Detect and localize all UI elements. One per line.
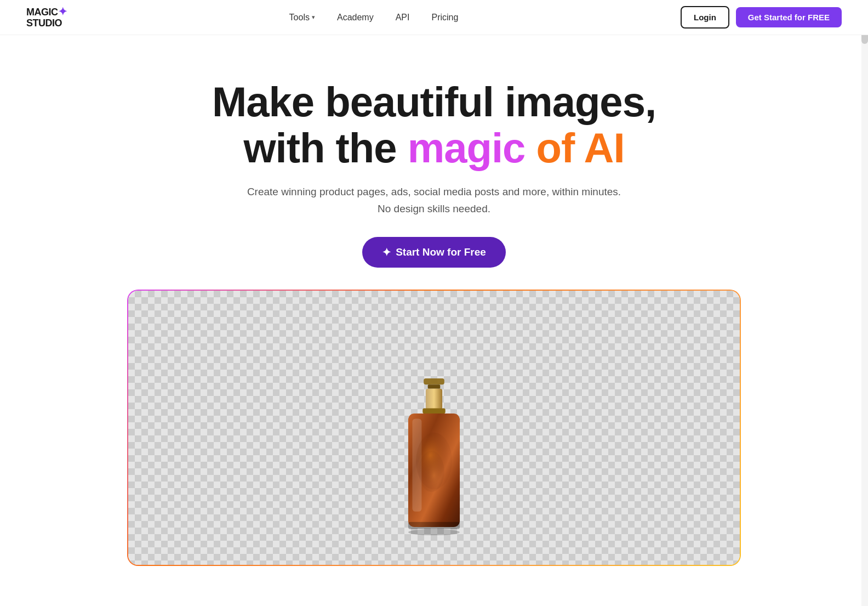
demo-container [127, 290, 741, 566]
hero-title-of: of [525, 124, 584, 171]
svg-rect-1 [428, 384, 441, 389]
chevron-down-icon: ▾ [312, 14, 315, 21]
hero-subtitle-line1: Create winning product pages, ads, socia… [247, 186, 621, 197]
api-label: API [396, 13, 410, 22]
checker-background [128, 291, 740, 565]
hero-title-line1: Make beautiful images, [212, 78, 656, 125]
hero-subtitle: Create winning product pages, ads, socia… [22, 184, 846, 217]
hero-section: Make beautiful images, with the magic of… [0, 35, 868, 593]
navbar: MAGIC✦ STUDIO Tools ▾ Academy API Pricin… [0, 0, 868, 35]
nav-link-pricing[interactable]: Pricing [431, 13, 458, 22]
start-now-button[interactable]: ✦ Start Now for Free [362, 237, 506, 268]
nav-item-tools: Tools ▾ [289, 13, 315, 22]
hero-title-plain: with the [243, 124, 407, 171]
svg-rect-8 [408, 522, 460, 529]
hero-title-ai: AI [584, 124, 625, 171]
nav-link-tools[interactable]: Tools ▾ [289, 13, 315, 22]
nav-link-academy[interactable]: Academy [337, 13, 374, 22]
logo-star-icon: ✦ [58, 5, 67, 18]
nav-actions: Login Get Started for FREE [681, 6, 842, 29]
hero-title-line2: with the magic of AI [243, 124, 624, 171]
nav-item-pricing: Pricing [431, 13, 458, 22]
svg-rect-3 [422, 409, 445, 414]
get-started-button[interactable]: Get Started for FREE [736, 7, 842, 27]
start-now-label: Start Now for Free [396, 246, 486, 258]
sparkle-icon: ✦ [382, 246, 391, 259]
logo-link[interactable]: MAGIC✦ STUDIO [26, 5, 67, 29]
svg-rect-2 [426, 389, 442, 410]
svg-rect-0 [424, 378, 444, 384]
browser-scrollbar[interactable] [861, 0, 868, 606]
hero-subtitle-line2: No design skills needed. [378, 203, 490, 214]
logo-text-magic: MAGIC✦ [26, 5, 67, 18]
svg-point-9 [408, 529, 460, 535]
nav-links: Tools ▾ Academy API Pricing [289, 13, 459, 22]
nav-link-api[interactable]: API [396, 13, 410, 22]
login-button[interactable]: Login [681, 6, 729, 29]
academy-label: Academy [337, 13, 374, 22]
nav-item-api: API [396, 13, 410, 22]
tools-label: Tools [289, 13, 310, 22]
nav-item-academy: Academy [337, 13, 374, 22]
perfume-bottle-image [379, 378, 489, 554]
hero-title: Make beautiful images, with the magic of… [22, 79, 846, 171]
svg-point-7 [419, 451, 444, 492]
logo-text-studio: STUDIO [26, 18, 67, 29]
pricing-label: Pricing [431, 13, 458, 22]
hero-title-magic: magic [408, 124, 526, 171]
